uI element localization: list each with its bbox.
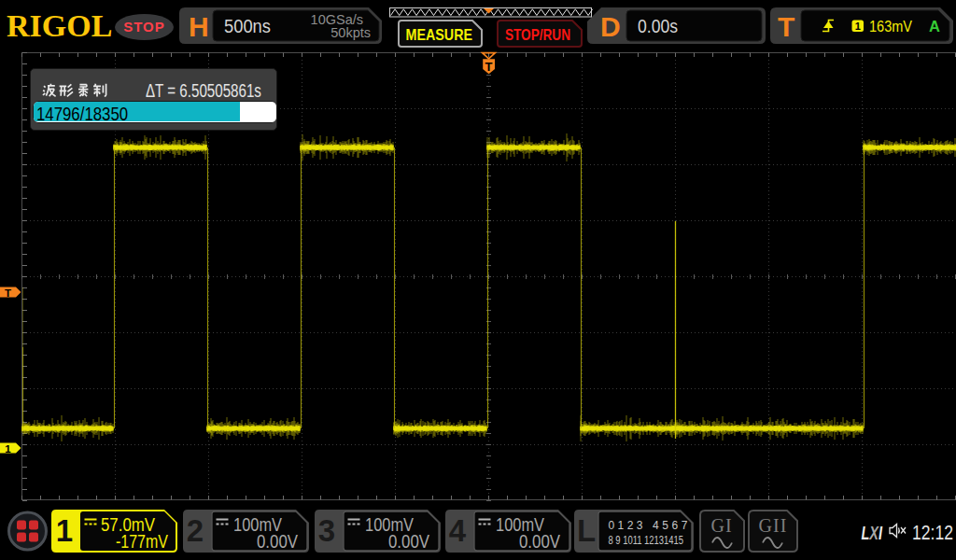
svg-text:0 1 2 3: 0 1 2 3 <box>609 519 643 532</box>
svg-text:GI: GI <box>710 515 732 536</box>
svg-text:LXI: LXI <box>862 523 883 543</box>
svg-text:0.00V: 0.00V <box>388 531 430 552</box>
svg-text:0.00s: 0.00s <box>638 16 678 36</box>
svg-text:2: 2 <box>187 513 204 548</box>
svg-text:GII: GII <box>759 515 788 536</box>
svg-text:4: 4 <box>449 513 467 548</box>
svg-text:STOP/RUN: STOP/RUN <box>505 26 570 44</box>
svg-text:0.00V: 0.00V <box>519 531 561 552</box>
svg-text:MEASURE: MEASURE <box>406 26 473 44</box>
svg-text:1: 1 <box>56 513 73 548</box>
svg-text:12:12: 12:12 <box>912 521 953 544</box>
svg-text:163mV: 163mV <box>869 18 912 35</box>
svg-text:T: T <box>485 60 493 74</box>
svg-text:L: L <box>577 513 596 548</box>
svg-text:A: A <box>929 18 940 35</box>
svg-text:8 9 1011 12131415: 8 9 1011 12131415 <box>609 534 684 547</box>
svg-text:3: 3 <box>318 513 335 548</box>
svg-text:4 5 6 7: 4 5 6 7 <box>653 519 688 532</box>
svg-text:-177mV: -177mV <box>116 531 169 552</box>
svg-text:1: 1 <box>855 21 861 32</box>
svg-text:T: T <box>5 287 11 299</box>
svg-text:0.00V: 0.00V <box>257 531 299 552</box>
svg-text:500ns: 500ns <box>224 16 271 36</box>
svg-text:1: 1 <box>5 443 11 455</box>
svg-text:50kpts: 50kpts <box>330 25 371 40</box>
